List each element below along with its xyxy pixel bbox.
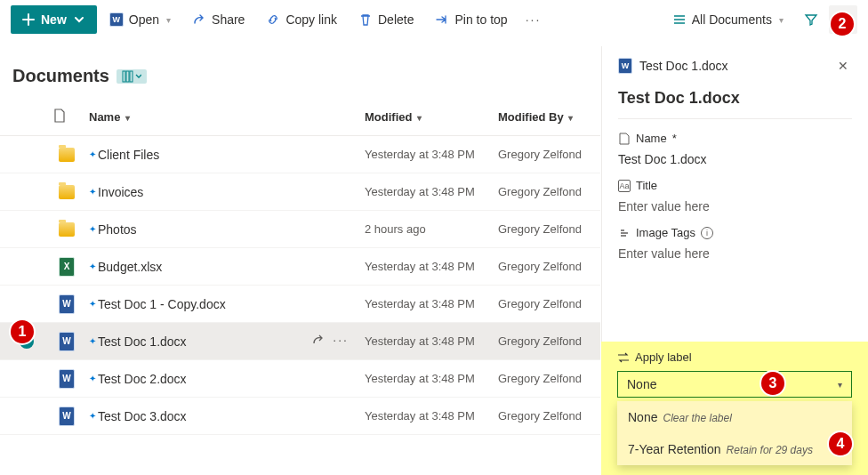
- modified-by-cell: Gregory Zelfond: [498, 222, 605, 236]
- document-list: Name ▾ Modified ▾ Modified By ▾ ✦Client …: [0, 99, 600, 435]
- chevron-down-icon: [72, 12, 86, 27]
- label-option-none[interactable]: None Clear the label: [617, 401, 852, 433]
- tags-field-label: Image Tags i: [618, 226, 852, 239]
- page-title: Documents: [12, 66, 109, 86]
- folder-icon: [59, 185, 75, 199]
- file-name[interactable]: Test Doc 1 - Copy.docx: [98, 297, 226, 311]
- callout-2: 2: [829, 11, 856, 37]
- word-icon: W: [59, 332, 75, 351]
- apply-label-select[interactable]: None ▾: [617, 371, 852, 398]
- callout-1: 1: [9, 318, 36, 345]
- file-name[interactable]: Test Doc 3.docx: [98, 409, 187, 423]
- modified-by-cell: Gregory Zelfond: [498, 260, 605, 273]
- list-row[interactable]: ✦Photos2 hours agoGregory Zelfond: [0, 211, 600, 248]
- filter-icon: [804, 12, 818, 27]
- pane-title: Test Doc 1.docx: [618, 89, 852, 119]
- list-row[interactable]: W✦Test Doc 1 - Copy.docxYesterday at 3:4…: [0, 286, 600, 323]
- file-name[interactable]: Client Files: [98, 148, 159, 162]
- swap-icon: [617, 351, 630, 364]
- tags-icon: [618, 227, 631, 239]
- apply-label-dropdown: None Clear the label 7-Year Retention Re…: [617, 401, 852, 465]
- list-icon: [672, 12, 687, 27]
- file-name[interactable]: Budget.xlsx: [98, 260, 162, 274]
- list-row[interactable]: ✓W✦Test Doc 1.docx···Yesterday at 3:48 P…: [0, 323, 600, 360]
- modified-cell: Yesterday at 3:48 PM: [365, 185, 498, 198]
- link-icon: [266, 12, 280, 27]
- new-button[interactable]: New: [11, 5, 97, 34]
- list-row[interactable]: ✦InvoicesYesterday at 3:48 PMGregory Zel…: [0, 173, 600, 211]
- open-button[interactable]: W Open ▾: [100, 5, 180, 34]
- delete-label: Delete: [378, 12, 414, 27]
- new-badge-icon: ✦: [89, 262, 96, 271]
- name-field-value[interactable]: Test Doc 1.docx: [618, 152, 852, 166]
- col-modified[interactable]: Modified ▾: [365, 110, 498, 124]
- filter-button[interactable]: [797, 5, 825, 34]
- list-row[interactable]: W✦Test Doc 3.docxYesterday at 3:48 PMGre…: [0, 398, 600, 435]
- modified-by-cell: Gregory Zelfond: [498, 148, 605, 161]
- close-button[interactable]: ✕: [834, 55, 852, 76]
- list-header: Name ▾ Modified ▾ Modified By ▾: [0, 99, 600, 136]
- word-icon: W: [109, 12, 124, 27]
- share-button[interactable]: Share: [183, 5, 253, 34]
- modified-by-cell: Gregory Zelfond: [498, 334, 605, 348]
- modified-by-cell: Gregory Zelfond: [498, 372, 605, 385]
- pane-filename: Test Doc 1.docx: [639, 59, 728, 73]
- col-modified-by[interactable]: Modified By ▾: [498, 110, 605, 124]
- modified-by-cell: Gregory Zelfond: [498, 409, 605, 423]
- new-badge-icon: ✦: [89, 149, 96, 159]
- copylink-button[interactable]: Copy link: [257, 5, 346, 34]
- modified-by-cell: Gregory Zelfond: [498, 297, 605, 310]
- folder-icon: [59, 148, 75, 162]
- open-label: Open: [129, 12, 159, 27]
- select-value: None: [627, 377, 656, 391]
- more-button[interactable]: ···: [520, 5, 547, 34]
- share-icon: [192, 12, 206, 27]
- word-icon: W: [59, 369, 75, 389]
- file-icon: [618, 133, 631, 145]
- pin-button[interactable]: Pin to top: [426, 5, 516, 34]
- apply-label-heading: Apply label: [617, 350, 852, 364]
- file-name[interactable]: Test Doc 2.docx: [98, 372, 187, 386]
- modified-cell: Yesterday at 3:48 PM: [365, 148, 498, 161]
- list-row[interactable]: ✦Client FilesYesterday at 3:48 PMGregory…: [0, 136, 600, 173]
- trash-icon: [358, 12, 373, 27]
- more-icon[interactable]: ···: [333, 333, 349, 350]
- chevron-down-icon: ▾: [779, 15, 784, 25]
- svg-rect-2: [123, 71, 125, 82]
- label-option-7year[interactable]: 7-Year Retention Retain for 29 days: [617, 433, 852, 465]
- pane-header: W Test Doc 1.docx ✕: [618, 55, 852, 76]
- col-type[interactable]: [53, 109, 89, 125]
- folder-icon: [59, 222, 75, 237]
- info-icon[interactable]: i: [701, 227, 713, 239]
- modified-cell: Yesterday at 3:48 PM: [365, 372, 498, 385]
- chevron-down-icon: ▾: [166, 15, 171, 25]
- tags-field-input[interactable]: Enter value here: [618, 246, 852, 261]
- pin-label: Pin to top: [454, 12, 507, 27]
- modified-by-cell: Gregory Zelfond: [498, 185, 605, 198]
- view-switcher[interactable]: [117, 69, 147, 84]
- new-badge-icon: ✦: [89, 336, 96, 346]
- list-row[interactable]: W✦Test Doc 2.docxYesterday at 3:48 PMGre…: [0, 360, 600, 398]
- list-row[interactable]: X✦Budget.xlsxYesterday at 3:48 PMGregory…: [0, 248, 600, 286]
- callout-4: 4: [827, 431, 854, 457]
- word-icon: W: [59, 407, 75, 426]
- file-icon: [53, 109, 66, 123]
- alldocs-button[interactable]: All Documents ▾: [663, 5, 793, 34]
- new-badge-icon: ✦: [89, 374, 96, 383]
- col-name[interactable]: Name ▾: [89, 110, 365, 124]
- file-name[interactable]: Test Doc 1.docx: [98, 334, 187, 349]
- callout-3: 3: [760, 370, 786, 397]
- excel-icon: X: [59, 257, 75, 277]
- delete-button[interactable]: Delete: [350, 5, 422, 34]
- plus-icon: [21, 12, 36, 27]
- share-icon[interactable]: [311, 333, 326, 350]
- file-name[interactable]: Invoices: [98, 185, 143, 199]
- modified-cell: Yesterday at 3:48 PM: [365, 297, 498, 310]
- title-field-input[interactable]: Enter value here: [618, 199, 852, 213]
- new-badge-icon: ✦: [89, 411, 96, 421]
- more-icon: ···: [526, 12, 542, 27]
- file-name[interactable]: Photos: [98, 222, 137, 237]
- word-icon: W: [618, 58, 632, 74]
- new-badge-icon: ✦: [89, 224, 96, 234]
- alldocs-label: All Documents: [692, 12, 772, 27]
